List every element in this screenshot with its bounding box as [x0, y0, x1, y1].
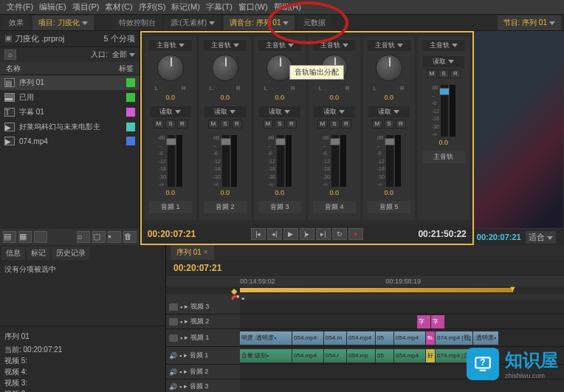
r-button[interactable]: R	[177, 120, 188, 128]
volume-fader[interactable]	[277, 135, 284, 187]
channel-name[interactable]: 音频 1	[149, 201, 192, 213]
find-button[interactable]: ⌕	[77, 231, 90, 243]
tab-audio-mixer[interactable]: 调音台: 序列 01	[224, 16, 295, 30]
tab-source[interactable]: 源:(无素材)	[165, 16, 221, 30]
channel-name[interactable]: 主音轨	[422, 151, 465, 163]
m-button[interactable]: M	[263, 120, 273, 128]
eye-icon[interactable]	[169, 303, 178, 311]
timeline-clip[interactable]: 字	[417, 315, 430, 329]
lock-icon[interactable]: ▪	[180, 303, 182, 311]
timeline-clip[interactable]: 054.mp4	[347, 331, 375, 345]
track-header[interactable]: ▪ ▸ 视频 2	[166, 314, 240, 329]
m-button[interactable]: M	[427, 69, 437, 78]
ch-output-dropdown[interactable]: 主音轨	[368, 40, 410, 51]
timeline-clip[interactable]: 054.r	[324, 349, 346, 362]
automation-dropdown[interactable]: 读取	[423, 56, 464, 67]
project-item[interactable]: T 字幕 01	[0, 105, 140, 120]
track-header[interactable]: 🔊▪ ▸ 音频 1	[166, 347, 240, 364]
volume-fader[interactable]	[441, 85, 448, 137]
automation-dropdown[interactable]: 读取	[368, 106, 410, 117]
timeline-clip[interactable]: 054.mp	[347, 349, 375, 362]
s-button[interactable]: S	[275, 120, 285, 128]
timeline-clip[interactable]: 054.mp4	[394, 331, 425, 345]
goto-in-button[interactable]: |◂	[251, 228, 266, 240]
search-icon[interactable]: ⌕	[4, 49, 16, 60]
timeline-seq-tab[interactable]: 序列 01 ×	[171, 245, 214, 260]
menu-item[interactable]: 帮助(H)	[271, 0, 304, 14]
volume-fader[interactable]	[331, 135, 339, 187]
loop-button[interactable]: ↻	[332, 228, 347, 240]
pan-knob[interactable]	[157, 55, 184, 81]
r-button[interactable]: R	[232, 120, 242, 128]
timeline-clip[interactable]: 054.mp4	[394, 349, 425, 362]
track-header[interactable]: 🔊▪ ▸ 音频 3	[166, 379, 240, 392]
pan-knob[interactable]	[212, 55, 238, 81]
s-button[interactable]: S	[329, 120, 340, 128]
track-header[interactable]: ▪ ▸ 视频 3	[166, 300, 240, 314]
track-content[interactable]	[240, 300, 564, 314]
timeline-clip[interactable]: 好	[426, 349, 435, 362]
menu-item[interactable]: 编辑(E)	[36, 0, 69, 14]
timeline-clip[interactable]: 054.mp4 [视]	[292, 331, 323, 345]
s-button[interactable]: S	[384, 120, 394, 128]
menu-item[interactable]: 文件(F)	[4, 0, 36, 14]
info-tab[interactable]: 信息	[1, 247, 25, 260]
lock-icon[interactable]: ▪	[179, 383, 182, 391]
speaker-icon[interactable]: 🔊	[169, 352, 177, 360]
timeline-clip[interactable]: 054.mp4 [音]	[292, 349, 323, 362]
r-button[interactable]: R	[396, 120, 406, 128]
item-color-tag[interactable]	[126, 108, 135, 117]
item-color-tag[interactable]	[126, 137, 135, 145]
lock-icon[interactable]: ▪	[179, 352, 182, 360]
ch-output-dropdown[interactable]: 主音轨	[422, 40, 465, 51]
lock-icon[interactable]: ▪	[180, 318, 182, 326]
timeline-clip[interactable]: 054.m	[324, 331, 346, 345]
entry-dropdown[interactable]: 全部	[112, 49, 135, 60]
project-item[interactable]: ▤ 序列 01	[0, 75, 140, 90]
step-fwd-button[interactable]: |▸	[300, 228, 314, 240]
track-content[interactable]	[240, 379, 564, 392]
automation-dropdown[interactable]: 读取	[204, 106, 246, 117]
lock-icon[interactable]: ▪	[180, 334, 182, 342]
fit-dropdown[interactable]: 适合	[526, 231, 556, 244]
item-color-tag[interactable]	[126, 78, 135, 87]
step-back-button[interactable]: ◂|	[267, 228, 282, 240]
trash-button[interactable]: 🗑	[123, 231, 137, 243]
automation-dropdown[interactable]: 读取	[259, 106, 300, 117]
lock-icon[interactable]: ▪	[179, 368, 182, 376]
ch-output-dropdown[interactable]: 主音轨	[258, 40, 301, 51]
timeline-clip[interactable]: 074.mp4 [视]	[436, 331, 472, 345]
track-header[interactable]: 🔊▪ ▸ 音频 2	[166, 365, 240, 379]
timeline-clip[interactable]: 音量:级别•	[240, 349, 292, 362]
timeline-clip[interactable]: 05	[376, 331, 393, 345]
channel-name[interactable]: 音频 3	[258, 201, 301, 213]
menu-item[interactable]: 项目(P)	[69, 0, 103, 14]
timeline-clip[interactable]: 明度 :透明度•	[240, 331, 292, 345]
s-button[interactable]: S	[439, 69, 449, 78]
r-button[interactable]: R	[450, 69, 461, 78]
tab-project[interactable]: 项目: 刀疫化	[32, 16, 94, 30]
item-color-tag[interactable]	[126, 93, 135, 102]
new-item-button[interactable]: ▪	[108, 231, 121, 243]
channel-name[interactable]: 音频 5	[368, 201, 410, 213]
program-preview[interactable]	[474, 31, 564, 229]
timeline-clip[interactable]: 字	[431, 315, 444, 329]
s-button[interactable]: S	[220, 120, 230, 128]
automation-dropdown[interactable]: 读取	[150, 106, 191, 117]
col-name[interactable]: 名称	[6, 63, 21, 74]
menu-item[interactable]: 字幕(T)	[203, 0, 235, 14]
speaker-icon[interactable]: 🔊	[169, 383, 177, 391]
track-header[interactable]: ▪ ▸ 视频 1	[166, 329, 240, 346]
info-tab[interactable]: 历史记录	[52, 247, 90, 260]
r-button[interactable]: R	[286, 120, 297, 128]
tab-metadata[interactable]: 元数据	[298, 16, 331, 30]
project-item[interactable]: ▶ 074.mp4	[0, 134, 140, 148]
timeline-playbar[interactable]: ◆ ▼	[166, 286, 564, 294]
tab-effects[interactable]: 效果	[3, 16, 30, 30]
menu-item[interactable]: 窗口(W)	[235, 0, 271, 14]
timeline-clip[interactable]: fb.	[426, 331, 435, 345]
menu-item[interactable]: 素材(C)	[102, 0, 135, 14]
record-button[interactable]: ●	[348, 228, 363, 240]
list-view-button[interactable]: ▤	[3, 231, 16, 243]
pan-knob[interactable]	[376, 55, 402, 81]
